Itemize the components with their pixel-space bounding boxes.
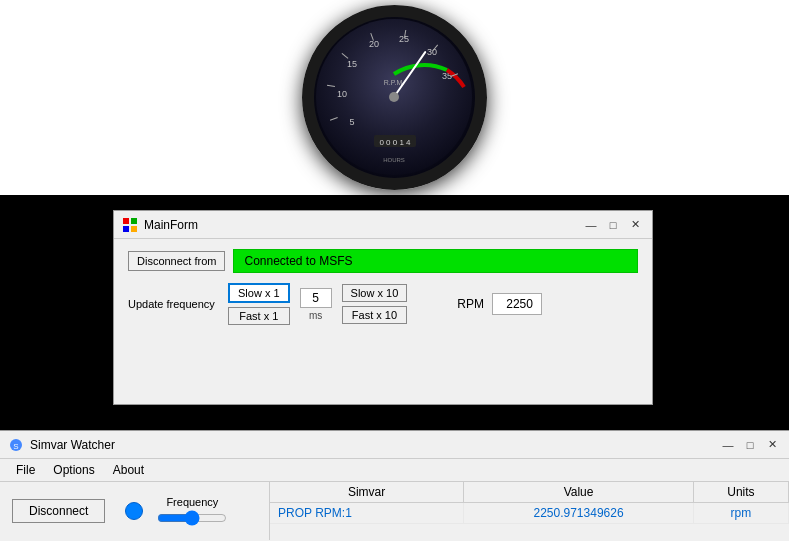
connect-row: Disconnect from Connected to MSFS xyxy=(128,249,638,273)
svg-text:25: 25 xyxy=(399,34,409,44)
mainform-window: MainForm — □ ✕ Disconnect from Connected… xyxy=(113,210,653,405)
svg-rect-21 xyxy=(123,218,129,224)
svg-text:30: 30 xyxy=(427,47,437,57)
mainform-title: MainForm xyxy=(144,218,198,232)
svg-point-13 xyxy=(389,92,399,102)
table-body: PROP RPM:1 2250.971349626 rpm xyxy=(270,503,789,524)
col-value: Value xyxy=(464,482,694,503)
frequency-row: Update frequency Slow x 1 Fast x 1 5 ms … xyxy=(128,283,638,325)
simvar-titlebar: S Simvar Watcher — □ ✕ xyxy=(0,431,789,459)
simvar-menubar: File Options About xyxy=(0,459,789,482)
svg-rect-23 xyxy=(123,226,129,232)
ms-value: 5 xyxy=(300,288,332,308)
simvar-title-group: S Simvar Watcher xyxy=(8,437,115,453)
ms-display: 5 ms xyxy=(300,288,332,321)
frequency-circle xyxy=(125,502,143,520)
connection-status: Connected to MSFS xyxy=(233,249,638,273)
svg-text:0 0 0 1 4: 0 0 0 1 4 xyxy=(379,138,411,147)
frequency-slider[interactable] xyxy=(157,510,227,526)
svg-rect-22 xyxy=(131,218,137,224)
menu-options[interactable]: Options xyxy=(45,461,102,479)
mainform-close-button[interactable]: ✕ xyxy=(626,216,644,234)
simvar-close-button[interactable]: ✕ xyxy=(763,436,781,454)
table-row: PROP RPM:1 2250.971349626 rpm xyxy=(270,503,789,524)
table-header: Simvar Value Units xyxy=(270,482,789,503)
slow-x1-button[interactable]: Slow x 1 xyxy=(228,283,290,303)
rpm-gauge: 5 10 15 20 25 30 35 R.P.M. 0 0 0 1 4 HOU… xyxy=(302,5,487,190)
simvar-window: S Simvar Watcher — □ ✕ File Options Abou… xyxy=(0,430,789,541)
svg-text:HOURS: HOURS xyxy=(383,157,405,163)
simvar-value: 2250.971349626 xyxy=(464,503,694,524)
frequency-slider-area: Frequency xyxy=(157,496,227,526)
frequency-indicator xyxy=(125,502,143,520)
right-freq-col: Slow x 10 Fast x 10 xyxy=(342,284,408,324)
simvar-maximize-button[interactable]: □ xyxy=(741,436,759,454)
black-divider xyxy=(0,195,789,210)
svg-text:S: S xyxy=(13,442,18,451)
col-simvar: Simvar xyxy=(270,482,464,503)
menu-file[interactable]: File xyxy=(8,461,43,479)
mainform-content: Disconnect from Connected to MSFS Update… xyxy=(114,239,652,335)
disconnect-from-button[interactable]: Disconnect from xyxy=(128,251,225,271)
simvar-table: Simvar Value Units PROP RPM:1 2250.97134… xyxy=(270,482,789,524)
svg-text:20: 20 xyxy=(369,39,379,49)
svg-text:5: 5 xyxy=(349,117,354,127)
simvar-content: Disconnect Frequency Simvar Value Units xyxy=(0,482,789,540)
simvar-name: PROP RPM:1 xyxy=(270,503,464,524)
slow-x10-button[interactable]: Slow x 10 xyxy=(342,284,408,302)
simvar-units: rpm xyxy=(693,503,788,524)
menu-about[interactable]: About xyxy=(105,461,152,479)
mainform-title-group: MainForm xyxy=(122,217,198,233)
svg-text:15: 15 xyxy=(347,59,357,69)
mainform-titlebar: MainForm — □ ✕ xyxy=(114,211,652,239)
fast-x1-button[interactable]: Fast x 1 xyxy=(228,307,290,325)
simvar-title: Simvar Watcher xyxy=(30,438,115,452)
rpm-value: 2250 xyxy=(492,293,542,315)
simvar-table-area: Simvar Value Units PROP RPM:1 2250.97134… xyxy=(270,482,789,540)
top-area: 5 10 15 20 25 30 35 R.P.M. 0 0 0 1 4 HOU… xyxy=(0,0,789,195)
simvar-disconnect-button[interactable]: Disconnect xyxy=(12,499,105,523)
mainform-icon xyxy=(122,217,138,233)
left-freq-col: Slow x 1 Fast x 1 xyxy=(228,283,290,325)
simvar-minimize-button[interactable]: — xyxy=(719,436,737,454)
svg-rect-24 xyxy=(131,226,137,232)
simvar-icon: S xyxy=(8,437,24,453)
rpm-label: RPM xyxy=(457,297,484,311)
svg-text:10: 10 xyxy=(337,89,347,99)
ms-label: ms xyxy=(309,310,322,321)
col-units: Units xyxy=(693,482,788,503)
mainform-maximize-button[interactable]: □ xyxy=(604,216,622,234)
update-frequency-label: Update frequency xyxy=(128,298,218,310)
fast-x10-button[interactable]: Fast x 10 xyxy=(342,306,408,324)
frequency-text-label: Frequency xyxy=(166,496,218,508)
rpm-section: RPM 2250 xyxy=(457,293,542,315)
mainform-window-controls: — □ ✕ xyxy=(582,216,644,234)
simvar-left-panel: Disconnect Frequency xyxy=(0,482,270,540)
simvar-window-controls: — □ ✕ xyxy=(719,436,781,454)
mainform-minimize-button[interactable]: — xyxy=(582,216,600,234)
